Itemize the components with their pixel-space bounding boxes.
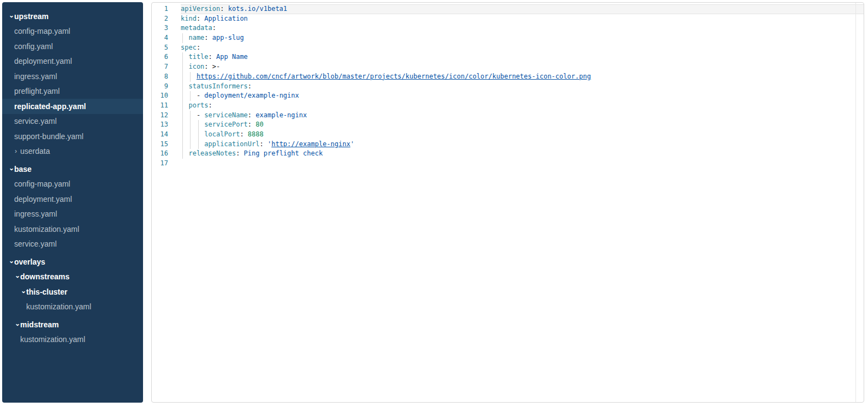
tree-item-deployment-yaml[interactable]: deployment.yaml (2, 191, 143, 207)
line-number: 3 (152, 23, 168, 33)
token-pun: : (260, 140, 267, 148)
code-line[interactable]: 1apiVersion: kots.io/v1beta1 (152, 4, 864, 14)
code-line[interactable]: 3metadata: (152, 23, 864, 33)
token-key: kind (181, 15, 197, 22)
file-label: deployment.yaml (14, 57, 72, 65)
tree-item-base[interactable]: ⌄base (2, 161, 143, 177)
code-line[interactable]: 4 name: app-slug (152, 33, 864, 43)
code-lines-container: 1apiVersion: kots.io/v1beta12kind: Appli… (152, 4, 864, 169)
code-line[interactable]: 13 servicePort: 80 (152, 120, 864, 130)
line-number: 12 (152, 111, 168, 121)
code-line[interactable]: 8 https://github.com/cncf/artwork/blob/m… (152, 72, 864, 82)
chevron-down-icon[interactable]: ⌄ (9, 12, 14, 19)
token-key: releaseNotes (181, 149, 236, 157)
token-pun: : (212, 24, 216, 32)
line-number: 6 (152, 52, 168, 62)
code-line[interactable]: 17 (152, 159, 864, 169)
token-pun: : (197, 44, 200, 51)
tree-item-config-map-yaml[interactable]: config-map.yaml (2, 24, 143, 39)
code-text: title: App Name (181, 52, 864, 62)
line-number: 17 (152, 159, 168, 169)
file-label: config-map.yaml (14, 179, 70, 188)
code-line[interactable]: 9 statusInformers: (152, 82, 864, 92)
line-number: 4 (152, 33, 168, 43)
token-pun: : (248, 121, 255, 128)
code-text: statusInformers: (181, 82, 864, 92)
tree-item-kustomization-yaml[interactable]: kustomization.yaml (2, 222, 143, 237)
token-key: metadata (181, 24, 212, 32)
tree-item-kustomization-yaml[interactable]: kustomization.yaml (2, 332, 143, 348)
token-pun: >- (212, 63, 220, 70)
tree-item-this-cluster[interactable]: ⌄this-cluster (2, 284, 143, 300)
tree-item-deployment-yaml[interactable]: deployment.yaml (2, 54, 143, 69)
folder-label: this-cluster (26, 288, 67, 296)
tree-item-preflight-yaml[interactable]: preflight.yaml (2, 84, 143, 99)
code-line[interactable]: 5spec: (152, 43, 864, 53)
code-line[interactable]: 12 - serviceName: example-nginx (152, 111, 864, 121)
tree-item-ingress-yaml[interactable]: ingress.yaml (2, 207, 143, 222)
tree-item-overlays[interactable]: ⌄overlays (2, 254, 143, 270)
token-str: ' (350, 140, 354, 148)
file-label: ingress.yaml (14, 210, 57, 218)
chevron-down-icon[interactable]: ⌄ (21, 288, 26, 294)
chevron-down-icon[interactable]: ⌄ (15, 320, 20, 327)
token-pun: : (209, 53, 216, 61)
code-line[interactable]: 15 applicationUrl: 'http://example-nginx… (152, 140, 864, 149)
file-label: service.yaml (14, 240, 57, 248)
tree-item-config-map-yaml[interactable]: config-map.yaml (2, 177, 143, 192)
line-number: 14 (152, 130, 168, 140)
url-link[interactable]: https://github.com/cncf/artwork/blob/mas… (197, 73, 591, 80)
token-num: 80 (255, 121, 263, 128)
file-label: ingress.yaml (14, 72, 57, 81)
folder-label: overlays (14, 258, 45, 266)
chevron-down-icon[interactable]: ⌄ (9, 258, 14, 264)
code-line[interactable]: 11 ports: (152, 101, 864, 111)
token-pun: : (240, 130, 247, 138)
token-pun: : (197, 15, 204, 22)
code-line[interactable]: 10 - deployment/example-nginx (152, 91, 864, 101)
token-pun: : (209, 101, 212, 109)
code-line[interactable]: 7 icon: >- (152, 62, 864, 72)
chevron-down-icon[interactable]: ⌄ (9, 165, 14, 171)
token-str: Application (204, 15, 247, 22)
tree-item-kustomization-yaml[interactable]: kustomization.yaml (2, 300, 143, 315)
tree-item-userdata[interactable]: ›userdata (2, 144, 143, 159)
tree-item-ingress-yaml[interactable]: ingress.yaml (2, 69, 143, 84)
code-line[interactable]: 14 localPort: 8888 (152, 130, 864, 140)
tree-item-service-yaml[interactable]: service.yaml (2, 114, 143, 129)
tree-item-replicated-app-yaml[interactable]: replicated-app.yaml (2, 99, 143, 114)
file-label: preflight.yaml (14, 87, 60, 95)
token-key: title (181, 53, 209, 61)
url-link[interactable]: http://example-nginx (271, 140, 350, 148)
code-text: metadata: (181, 23, 864, 33)
tree-item-downstreams[interactable]: ⌄downstreams (2, 270, 143, 285)
file-label: service.yaml (14, 117, 57, 125)
token-key: applicationUrl (181, 140, 260, 148)
chevron-down-icon[interactable]: ⌄ (15, 272, 20, 279)
code-line[interactable]: 16 releaseNotes: Ping preflight check (152, 149, 864, 159)
code-text: icon: >- (181, 62, 864, 72)
code-line[interactable]: 6 title: App Name (152, 52, 864, 62)
tree-item-upstream[interactable]: ⌄upstream (2, 9, 143, 24)
token-key: servicePort (181, 121, 248, 128)
token-str: app-slug (212, 34, 244, 41)
line-number: 16 (152, 149, 168, 159)
code-text: applicationUrl: 'http://example-nginx' (181, 140, 864, 149)
tree-item-service-yaml[interactable]: service.yaml (2, 237, 143, 252)
code-line[interactable]: 2kind: Application (152, 14, 864, 24)
chevron-right-icon[interactable]: › (15, 148, 20, 154)
yaml-editor-panel[interactable]: 1apiVersion: kots.io/v1beta12kind: Appli… (151, 2, 864, 403)
token-pun: : (236, 149, 243, 157)
tree-item-config-yaml[interactable]: config.yaml (2, 39, 143, 54)
token-key: apiVersion (181, 5, 220, 13)
folder-label: userdata (20, 147, 50, 155)
tree-item-support-bundle-yaml[interactable]: support-bundle.yaml (2, 129, 143, 144)
tree-item-midstream[interactable]: ⌄midstream (2, 317, 143, 332)
code-text: releaseNotes: Ping preflight check (181, 149, 864, 159)
code-text: apiVersion: kots.io/v1beta1 (181, 4, 864, 14)
code-text: servicePort: 80 (181, 120, 864, 130)
file-label: kustomization.yaml (14, 225, 79, 234)
line-number: 2 (152, 14, 168, 24)
folder-label: upstream (14, 12, 49, 21)
file-label: support-bundle.yaml (14, 132, 84, 141)
